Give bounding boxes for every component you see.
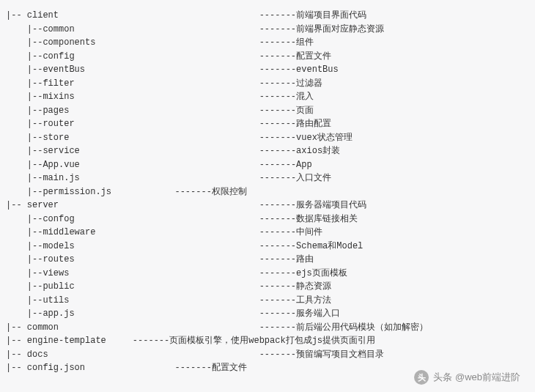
tree-item-separator: ------- (80, 171, 296, 185)
tree-item-desc: Schema和Model (296, 240, 363, 254)
tree-item-separator: ------- (59, 9, 296, 23)
tree-item-name: |--filter (6, 77, 75, 91)
tree-item-desc: 配置文件 (296, 50, 331, 64)
tree-item-name: |--config (6, 50, 75, 64)
tree-item-name: |--eventBus (6, 63, 85, 77)
tree-row: |--public -------静态资源 (6, 280, 529, 294)
tree-row: |--main.js -------入口文件 (6, 171, 529, 185)
tree-item-desc: App (296, 158, 312, 172)
tree-item-separator: ------- (59, 199, 296, 212)
tree-item-name: |--mixins (6, 90, 75, 104)
tree-item-name: |--models (6, 240, 75, 254)
tree-item-desc: 预留编写项目文档目录 (296, 348, 384, 362)
tree-item-name: |--store (6, 131, 69, 145)
tree-item-name: |-- server (6, 199, 59, 212)
tree-item-desc: 服务端入口 (296, 307, 340, 321)
tree-item-separator: ------- (69, 267, 296, 281)
tree-item-name: |--utils (6, 294, 69, 308)
tree-item-name: |-- common (6, 321, 59, 335)
tree-row: |--models -------Schema和Model (6, 240, 529, 254)
tree-item-separator: ------- (69, 104, 296, 118)
tree-item-desc: 中间件 (296, 226, 322, 240)
tree-item-separator: ------- (75, 212, 296, 226)
tree-item-name: |--middleware (6, 226, 95, 240)
tree-item-separator: ------- (75, 23, 296, 37)
tree-item-name: |--confog (6, 212, 75, 226)
tree-row: |--App.vue -------App (6, 158, 529, 172)
tree-item-separator: ------- (59, 321, 296, 335)
tree-item-name: |--routes (6, 253, 75, 267)
watermark: 头 头条 @web前端进阶 (414, 370, 520, 385)
tree-item-name: |--components (6, 36, 95, 50)
tree-item-separator: ------- (75, 307, 296, 321)
tree-item-separator: ------- (75, 240, 296, 254)
tree-row: |--service -------axios封装 (6, 144, 529, 158)
tree-item-desc: 路由配置 (296, 117, 331, 131)
tree-item-name: |--service (6, 144, 80, 158)
tree-item-separator: ------- (75, 77, 296, 91)
tree-item-desc: eventBus (296, 63, 339, 77)
tree-item-separator: ------- (85, 361, 212, 375)
tree-item-separator: ------- (111, 185, 212, 199)
tree-item-desc: 组件 (296, 36, 314, 50)
watermark-label: 头条 @web前端进阶 (433, 371, 520, 384)
tree-row: |--common -------前端界面对应静态资源 (6, 23, 529, 37)
tree-item-desc: ejs页面模板 (296, 267, 347, 281)
tree-row: |--router -------路由配置 (6, 117, 529, 131)
tree-row: |--eventBus -------eventBus (6, 63, 529, 77)
tree-item-desc: 过滤器 (296, 77, 322, 91)
tree-item-name: |-- config.json (6, 361, 85, 375)
tree-item-desc: 前端界面对应静态资源 (296, 23, 384, 37)
tree-item-desc: 路由 (296, 253, 314, 267)
tree-item-separator: ------- (95, 226, 296, 240)
tree-item-name: |-- client (6, 9, 59, 23)
tree-row: |--permission.js -------权限控制 (6, 185, 529, 199)
tree-row: |--views -------ejs页面模板 (6, 267, 529, 281)
tree-item-desc: 配置文件 (212, 361, 247, 375)
tree-item-separator: ------- (48, 348, 296, 362)
tree-item-desc: 工具方法 (296, 294, 331, 308)
tree-item-desc: 页面模板引擎，使用webpack打包成js提供页面引用 (169, 334, 375, 348)
tree-item-desc: 静态资源 (296, 280, 331, 294)
tree-item-desc: 页面 (296, 104, 314, 118)
tree-item-name: |-- docs (6, 348, 48, 362)
tree-item-desc: axios封装 (296, 144, 340, 158)
tree-row: |-- docs -------预留编写项目文档目录 (6, 348, 529, 362)
tree-item-separator: ------- (85, 63, 296, 77)
toutiao-icon: 头 (414, 370, 429, 385)
tree-item-name: |--app.js (6, 307, 75, 321)
tree-item-desc: 数据库链接相关 (296, 212, 358, 226)
tree-row: |-- client -------前端项目界面代码 (6, 9, 529, 23)
tree-row: |-- server -------服务器端项目代码 (6, 199, 529, 212)
tree-item-separator: ------- (75, 253, 296, 267)
tree-item-desc: 前后端公用代码模块（如加解密） (296, 321, 428, 335)
tree-row: |--mixins -------混入 (6, 90, 529, 104)
tree-item-name: |-- engine-template (6, 334, 106, 348)
tree-item-name: |--pages (6, 104, 69, 118)
tree-row: |-- engine-template -------页面模板引擎，使用webp… (6, 334, 529, 348)
tree-item-desc: vuex状态管理 (296, 131, 353, 145)
tree-item-name: |--views (6, 267, 69, 281)
tree-row: |--store -------vuex状态管理 (6, 131, 529, 145)
tree-item-separator: ------- (106, 334, 169, 348)
tree-item-separator: ------- (80, 158, 296, 172)
tree-row: |--config -------配置文件 (6, 50, 529, 64)
tree-row: |--pages -------页面 (6, 104, 529, 118)
tree-item-name: |--permission.js (6, 185, 111, 199)
tree-item-desc: 权限控制 (212, 185, 247, 199)
tree-item-separator: ------- (95, 36, 296, 50)
tree-item-desc: 入口文件 (296, 171, 331, 185)
tree-row: |--app.js -------服务端入口 (6, 307, 529, 321)
tree-item-name: |--common (6, 23, 75, 37)
tree-row: |--middleware -------中间件 (6, 226, 529, 240)
tree-item-separator: ------- (75, 50, 296, 64)
tree-item-separator: ------- (69, 131, 296, 145)
tree-item-separator: ------- (69, 294, 296, 308)
tree-row: |-- common -------前后端公用代码模块（如加解密） (6, 321, 529, 335)
tree-item-name: |--public (6, 280, 75, 294)
tree-row: |--components -------组件 (6, 36, 529, 50)
tree-item-separator: ------- (75, 90, 296, 104)
tree-item-separator: ------- (75, 117, 296, 131)
tree-row: |--routes -------路由 (6, 253, 529, 267)
tree-item-desc: 服务器端项目代码 (296, 199, 366, 212)
